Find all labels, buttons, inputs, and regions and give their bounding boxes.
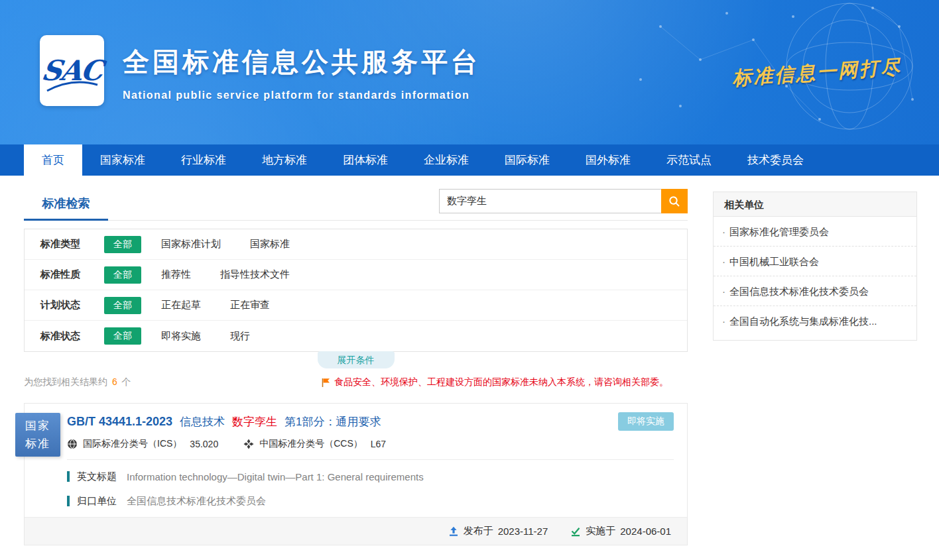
status-badge: 即将实施 bbox=[618, 412, 674, 431]
filter-option[interactable]: 指导性技术文件 bbox=[220, 268, 290, 281]
card-footer: 发布于 2023-11-27 实施于 2024-06-01 bbox=[25, 517, 687, 545]
ccs-label: 中国标准分类号（CCS） bbox=[259, 438, 363, 450]
check-icon bbox=[570, 526, 581, 537]
responsible-unit-value: 全国信息技术标准化技术委员会 bbox=[127, 495, 266, 508]
classification-row: 国际标准分类号（ICS） 35.020 中国标准分类号（CCS） L67 bbox=[67, 438, 674, 460]
responsible-unit-row: 归口单位 全国信息技术标准化技术委员会 bbox=[67, 493, 674, 509]
nav-item-local-standards[interactable]: 地方标准 bbox=[244, 144, 325, 176]
page-title: 全国标准信息公共服务平台 bbox=[123, 44, 481, 80]
search-icon bbox=[668, 196, 680, 207]
badge-line-1: 国家 bbox=[25, 418, 50, 433]
implement-label: 实施于 bbox=[586, 525, 615, 537]
filter-all-button[interactable]: 全部 bbox=[104, 266, 141, 284]
teal-bar-icon bbox=[67, 496, 70, 506]
card-body: GB/T 43441.1-2023 信息技术 数字孪生 第1部分：通用要求 国际… bbox=[25, 404, 687, 509]
filter-option[interactable]: 推荐性 bbox=[161, 268, 191, 281]
english-title-label: 英文标题 bbox=[77, 471, 117, 483]
results-notice: 食品安全、环境保护、工程建设方面的国家标准未纳入本系统，请咨询相关部委。 bbox=[322, 376, 668, 388]
header-banner: SAC 全国标准信息公共服务平台 National public service… bbox=[0, 0, 939, 144]
nav-item-industry-standards[interactable]: 行业标准 bbox=[163, 144, 244, 176]
globe-icon bbox=[67, 439, 78, 449]
results-bar: 为您找到相关结果约 6 个 食品安全、环境保护、工程建设方面的国家标准未纳入本系… bbox=[24, 376, 688, 390]
search-box bbox=[439, 189, 688, 213]
filter-option[interactable]: 国家标准 bbox=[250, 238, 290, 251]
filter-row-plan-status: 计划状态 全部 正在起草 正在审查 bbox=[25, 290, 687, 321]
filter-label: 标准类型 bbox=[40, 238, 104, 251]
filter-panel: 标准类型 全部 国家标准计划 国家标准 标准性质 全部 推荐性 指导性技术文件 … bbox=[24, 229, 688, 352]
filter-label: 标准状态 bbox=[40, 330, 104, 343]
results-summary: 为您找到相关结果约 6 个 bbox=[24, 376, 131, 387]
teal-bar-icon bbox=[67, 471, 70, 482]
ccs-value: L67 bbox=[371, 439, 386, 449]
main-nav: 首页 国家标准 行业标准 地方标准 团体标准 企业标准 国际标准 国外标准 示范… bbox=[0, 144, 939, 176]
english-title-row: 英文标题 Information technology—Digital twin… bbox=[67, 469, 674, 484]
ccs-icon bbox=[243, 439, 254, 449]
section-header: 标准检索 bbox=[24, 188, 688, 221]
sidebar-item-machinery-federation[interactable]: 中国机械工业联合会 bbox=[714, 247, 916, 276]
nav-item-national-standards[interactable]: 国家标准 bbox=[82, 144, 163, 176]
search-input[interactable] bbox=[439, 189, 661, 213]
results-notice-text: 食品安全、环境保护、工程建设方面的国家标准未纳入本系统，请咨询相关部委。 bbox=[334, 376, 668, 388]
results-count: 6 bbox=[112, 376, 117, 387]
results-summary-suffix: 个 bbox=[122, 376, 131, 387]
filter-row-standard-nature: 标准性质 全部 推荐性 指导性技术文件 bbox=[25, 260, 687, 290]
standard-code: GB/T 43441.1-2023 bbox=[67, 415, 172, 429]
nav-item-pilot-programs[interactable]: 示范试点 bbox=[649, 144, 729, 176]
publish-label: 发布于 bbox=[464, 525, 493, 537]
main-content: 标准检索 标准类型 全部 国家标准计划 国家标准 标准性质 全部 推荐性 指导性… bbox=[24, 188, 688, 545]
filter-option[interactable]: 即将实施 bbox=[161, 330, 201, 343]
filter-row-standard-type: 标准类型 全部 国家标准计划 国家标准 bbox=[25, 229, 687, 260]
standard-title-part1: 信息技术 bbox=[180, 414, 225, 429]
nav-item-foreign-standards[interactable]: 国外标准 bbox=[568, 144, 649, 176]
badge-line-2: 标准 bbox=[25, 436, 50, 451]
filter-option[interactable]: 国家标准计划 bbox=[161, 238, 221, 251]
english-title-value: Information technology—Digital twin—Part… bbox=[127, 471, 424, 482]
filter-all-button[interactable]: 全部 bbox=[104, 297, 141, 314]
filter-all-button[interactable]: 全部 bbox=[104, 327, 141, 345]
publish-date-item: 发布于 2023-11-27 bbox=[448, 525, 548, 537]
filter-label: 计划状态 bbox=[40, 299, 104, 311]
page-subtitle: National public service platform for sta… bbox=[123, 89, 481, 101]
flag-icon bbox=[322, 378, 330, 388]
sidebar-item-sac[interactable]: 国家标准化管理委员会 bbox=[714, 217, 916, 247]
site-title-block: 全国标准信息公共服务平台 National public service pla… bbox=[123, 44, 481, 101]
implement-date-item: 实施于 2024-06-01 bbox=[570, 525, 671, 537]
filter-label: 标准性质 bbox=[40, 268, 104, 281]
responsible-unit-label: 归口单位 bbox=[77, 495, 117, 508]
ics-value: 35.020 bbox=[190, 439, 218, 449]
nav-item-technical-committees[interactable]: 技术委员会 bbox=[729, 144, 822, 176]
ics-label: 国际标准分类号（ICS） bbox=[83, 438, 182, 450]
tab-standard-search[interactable]: 标准检索 bbox=[24, 188, 108, 221]
expand-conditions-button[interactable]: 展开条件 bbox=[318, 351, 395, 368]
standard-title-part2: 第1部分：通用要求 bbox=[284, 414, 381, 429]
filter-row-standard-status: 标准状态 全部 即将实施 现行 bbox=[25, 321, 687, 351]
related-units-title: 相关单位 bbox=[714, 192, 916, 217]
standard-type-badge: 国家 标准 bbox=[15, 413, 60, 457]
nav-item-home[interactable]: 首页 bbox=[24, 144, 82, 176]
filter-option[interactable]: 正在起草 bbox=[161, 299, 201, 311]
filter-option[interactable]: 现行 bbox=[230, 330, 250, 343]
search-button[interactable] bbox=[661, 189, 688, 213]
implement-date: 2024-06-01 bbox=[620, 526, 671, 537]
publish-date: 2023-11-27 bbox=[498, 526, 548, 537]
nav-item-international-standards[interactable]: 国际标准 bbox=[487, 144, 568, 176]
standard-title-link[interactable]: GB/T 43441.1-2023 信息技术 数字孪生 第1部分：通用要求 bbox=[67, 404, 674, 429]
sac-logo: SAC bbox=[40, 35, 104, 106]
filter-all-button[interactable]: 全部 bbox=[104, 236, 141, 253]
highlighted-keyword: 数字孪生 bbox=[232, 414, 277, 429]
sidebar-item-it-standardization-committee[interactable]: 全国信息技术标准化技术委员会 bbox=[714, 276, 916, 306]
upload-icon bbox=[448, 526, 459, 537]
nav-item-group-standards[interactable]: 团体标准 bbox=[325, 144, 406, 176]
sidebar-item-automation-committee[interactable]: 全国自动化系统与集成标准化技... bbox=[714, 306, 916, 336]
related-units-panel: 相关单位 国家标准化管理委员会 中国机械工业联合会 全国信息技术标准化技术委员会… bbox=[713, 192, 917, 341]
result-card: 国家 标准 即将实施 GB/T 43441.1-2023 信息技术 数字孪生 第… bbox=[24, 403, 688, 545]
results-summary-prefix: 为您找到相关结果约 bbox=[24, 376, 107, 387]
nav-item-enterprise-standards[interactable]: 企业标准 bbox=[406, 144, 487, 176]
sac-logo-text: SAC bbox=[40, 54, 104, 87]
filter-option[interactable]: 正在审查 bbox=[230, 299, 270, 311]
